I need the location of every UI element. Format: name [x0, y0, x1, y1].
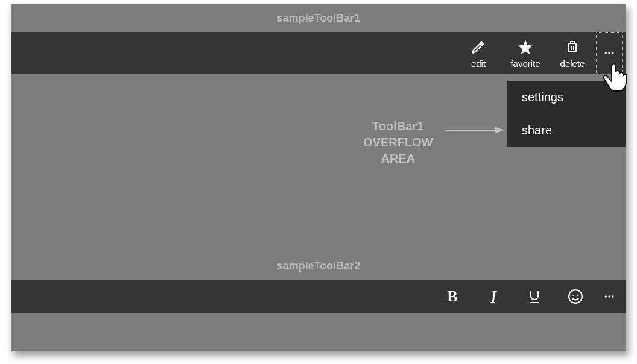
annotation-line2: OVERFLOW [363, 136, 433, 149]
delete-button[interactable]: delete [549, 32, 596, 74]
svg-marker-4 [495, 127, 504, 134]
cursor-hand-icon [602, 61, 627, 95]
overflow-item-share[interactable]: share [507, 114, 626, 147]
toolbar1: edit favorite delete [11, 32, 626, 74]
italic-button[interactable]: I [473, 280, 514, 313]
edit-label: edit [471, 58, 486, 69]
bold-button[interactable]: B [432, 280, 473, 313]
favorite-button[interactable]: favorite [502, 32, 549, 74]
edit-button[interactable]: edit [455, 32, 502, 74]
emoji-icon [568, 289, 583, 304]
more-icon [603, 47, 615, 59]
svg-point-8 [577, 295, 578, 296]
section1-title: sampleToolBar1 [11, 4, 626, 32]
annotation-line1: ToolBar1 [372, 119, 423, 133]
app-canvas: sampleToolBar1 edit favorite [11, 4, 626, 351]
italic-icon: I [490, 286, 496, 307]
bold-icon: B [447, 287, 457, 306]
more-icon [603, 290, 615, 303]
emoji-button[interactable] [555, 280, 596, 313]
toolbar2-more-button[interactable] [596, 280, 623, 313]
svg-point-10 [608, 295, 610, 297]
svg-point-7 [572, 295, 574, 296]
svg-point-1 [608, 52, 610, 54]
section2-title: sampleToolBar2 [11, 251, 626, 280]
edit-icon [471, 38, 486, 56]
arrow-icon [445, 124, 505, 136]
svg-point-9 [605, 295, 607, 297]
star-icon [517, 38, 534, 56]
underline-icon [527, 288, 542, 305]
trash-icon [565, 38, 580, 56]
svg-point-6 [569, 290, 582, 303]
delete-label: delete [560, 58, 585, 69]
svg-point-2 [612, 52, 613, 54]
favorite-label: favorite [510, 58, 540, 69]
toolbar2: B I [11, 280, 626, 313]
svg-point-0 [605, 52, 607, 54]
underline-button[interactable] [514, 280, 555, 313]
svg-point-11 [612, 295, 613, 297]
annotation-line3: AREA [381, 152, 415, 165]
